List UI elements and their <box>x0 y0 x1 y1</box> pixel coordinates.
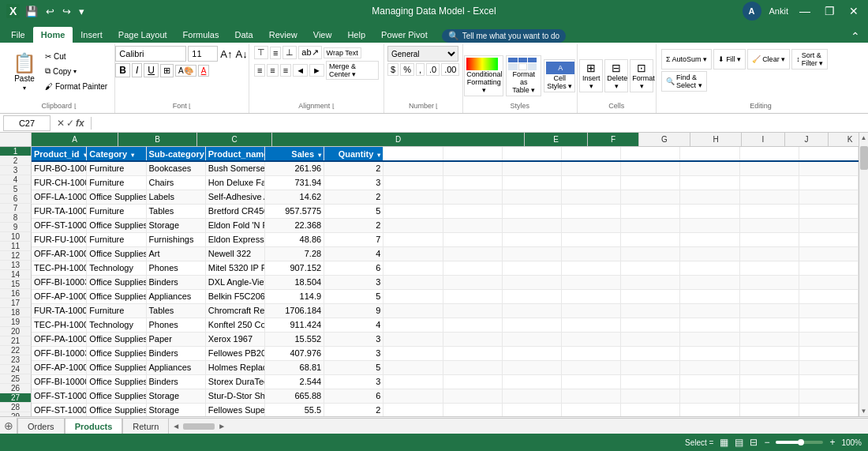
undo-quick-btn[interactable]: ↩ <box>43 5 57 18</box>
conditional-formatting-btn[interactable]: ConditionalFormatting ▾ <box>464 55 503 96</box>
zoom-in-btn[interactable]: + <box>829 437 835 448</box>
col-header-j[interactable]: J <box>785 133 829 147</box>
col-header-b[interactable]: B <box>118 133 197 147</box>
tab-power-pivot[interactable]: Power Pivot <box>373 27 436 43</box>
row-header-18[interactable]: 18 <box>0 308 32 318</box>
row-header-23[interactable]: 23 <box>0 355 32 365</box>
h-scroll-thumb[interactable] <box>183 423 215 430</box>
table-row[interactable]: FUR-TA-10000577FurnitureTablesBretford C… <box>32 204 859 218</box>
currency-btn[interactable]: $ <box>387 63 398 76</box>
cell-styles-btn[interactable]: A CellStyles ▾ <box>544 59 575 92</box>
maximize-btn[interactable]: ❐ <box>821 5 838 17</box>
insert-cells-btn[interactable]: ⊞ Insert ▾ <box>579 59 603 92</box>
decrease-decimal-btn[interactable]: .0 <box>426 63 440 76</box>
increase-indent-btn[interactable]: ► <box>309 64 324 77</box>
decrease-indent-btn[interactable]: ◄ <box>293 64 308 77</box>
header-product-id[interactable]: Product_id ▾ <box>32 147 87 161</box>
table-row[interactable]: FUR-TA-10001539FurnitureTablesChromcraft… <box>32 303 859 318</box>
font-size-input[interactable] <box>188 46 218 62</box>
header-quantity[interactable]: Quantity ▾ <box>324 147 383 161</box>
copy-button[interactable]: ⧉ Copy ▾ <box>43 64 110 78</box>
row-header-22[interactable]: 22 <box>0 346 32 355</box>
table-row[interactable]: OFF-ST-10000760Office SuppliesStorageEld… <box>32 218 859 232</box>
tab-page-layout[interactable]: Page Layout <box>110 27 175 43</box>
find-select-btn[interactable]: 🔍Find &Select ▾ <box>661 71 707 92</box>
comma-btn[interactable]: , <box>416 63 425 76</box>
view-normal-btn[interactable]: ▦ <box>720 437 728 448</box>
accept-formula-btn[interactable]: ✓ <box>66 118 74 129</box>
top-align-btn[interactable]: ⊤ <box>254 46 268 59</box>
cut-button[interactable]: ✂ Cut <box>43 49 110 63</box>
more-quick-btn[interactable]: ▾ <box>77 5 87 18</box>
tell-me-search[interactable]: 🔍 Tell me what you want to do <box>442 29 566 43</box>
redo-quick-btn[interactable]: ↪ <box>60 5 73 18</box>
formula-input[interactable] <box>95 118 868 128</box>
row-header-12[interactable]: 12 <box>0 251 32 261</box>
sheet-tab-orders[interactable]: Orders <box>17 418 65 434</box>
row-header-2[interactable]: 2 <box>0 156 32 166</box>
merge-center-btn[interactable]: Merge & Center ▾ <box>326 61 379 80</box>
row-header-4[interactable]: 4 <box>0 175 32 185</box>
table-row[interactable]: OFF-AP-10002892Office SuppliesAppliances… <box>32 289 859 303</box>
row-header-14[interactable]: 14 <box>0 270 32 280</box>
row-header-24[interactable]: 24 <box>0 365 32 374</box>
view-page-btn[interactable]: ⊟ <box>750 437 758 448</box>
save-quick-btn[interactable]: 💾 <box>23 5 40 18</box>
table-row[interactable]: OFF-PA-10002365Office SuppliesPaperXerox… <box>32 332 859 346</box>
table-row[interactable]: OFF-BI-10003656Office SuppliesBindersFel… <box>32 346 859 360</box>
table-row[interactable]: FUR-BO-10001798FurnitureBookcasesBush So… <box>32 161 859 175</box>
row-header-1[interactable]: 1 <box>0 147 32 156</box>
font-name-input[interactable] <box>115 46 186 62</box>
zoom-thumb[interactable] <box>798 439 804 445</box>
table-row[interactable]: OFF-LA-10000240Office SuppliesLabelsSelf… <box>32 190 859 204</box>
angle-text-btn[interactable]: ab↗ <box>298 46 321 59</box>
row-header-20[interactable]: 20 <box>0 327 32 336</box>
center-align-btn[interactable]: ≡ <box>267 64 278 77</box>
font-grow-btn[interactable]: A↑ <box>219 47 233 61</box>
zoom-slider[interactable] <box>776 441 823 444</box>
scroll-down-arrow[interactable]: ▼ <box>859 406 868 416</box>
left-align-btn[interactable]: ≡ <box>254 64 265 77</box>
row-header-13[interactable]: 13 <box>0 261 32 270</box>
delete-cells-btn[interactable]: ⊟ Delete ▾ <box>604 59 628 92</box>
autosum-btn[interactable]: ΣAutoSum ▾ <box>661 49 712 70</box>
table-row[interactable]: OFF-ST-10004186Office SuppliesStorageStu… <box>32 389 859 403</box>
scroll-up-arrow[interactable]: ▲ <box>859 133 868 143</box>
col-header-f[interactable]: F <box>588 133 639 147</box>
close-btn[interactable]: ✕ <box>846 5 862 17</box>
minimize-btn[interactable]: — <box>796 5 814 17</box>
row-header-10[interactable]: 10 <box>0 232 32 242</box>
col-header-h[interactable]: H <box>690 133 742 147</box>
row-header-11[interactable]: 11 <box>0 242 32 251</box>
tab-formulas[interactable]: Formulas <box>175 27 227 43</box>
increase-decimal-btn[interactable]: .00 <box>441 63 459 76</box>
view-layout-btn[interactable]: ▤ <box>735 437 743 448</box>
col-header-d[interactable]: D <box>272 133 525 147</box>
clear-btn[interactable]: 🧹Clear ▾ <box>747 49 790 70</box>
font-shrink-btn[interactable]: A↓ <box>235 47 249 61</box>
data-grid[interactable]: Product_id ▾ Category ▾ Sub-category ▾ P… <box>32 147 859 416</box>
header-sub-category[interactable]: Sub-category ▾ <box>146 147 205 161</box>
row-header-17[interactable]: 17 <box>0 299 32 308</box>
fill-btn[interactable]: ⬇Fill ▾ <box>713 49 746 70</box>
table-row[interactable]: FUR-FU-10001487FurnitureFurnishingsEldon… <box>32 232 859 246</box>
col-header-k[interactable]: K <box>829 133 859 147</box>
format-cells-btn[interactable]: ⊡ Format ▾ <box>630 59 653 92</box>
font-color-btn[interactable]: A <box>198 65 210 77</box>
table-row[interactable]: TEC-PH-10002275TechnologyPhonesMitel 532… <box>32 261 859 275</box>
row-header-9[interactable]: 9 <box>0 223 32 232</box>
fill-color-btn[interactable]: A🎨 <box>175 65 196 77</box>
row-header-21[interactable]: 21 <box>0 336 32 346</box>
row-header-26[interactable]: 26 <box>0 384 32 393</box>
tab-view[interactable]: View <box>305 27 340 43</box>
scroll-thumb[interactable] <box>860 146 868 170</box>
right-align-btn[interactable]: ≡ <box>280 64 291 77</box>
border-btn[interactable]: ⊞ <box>160 64 174 77</box>
row-header-19[interactable]: 19 <box>0 318 32 327</box>
add-sheet-btn[interactable]: ⊕ <box>0 418 17 434</box>
table-row[interactable]: OFF-ST-10001107Office SuppliesStorageFel… <box>32 403 859 416</box>
table-row[interactable]: TEC-PH-10002033TechnologyPhonesKonftel 2… <box>32 318 859 332</box>
tab-help[interactable]: Help <box>339 27 373 43</box>
underline-btn[interactable]: U <box>144 63 159 77</box>
tab-insert[interactable]: Insert <box>73 27 110 43</box>
